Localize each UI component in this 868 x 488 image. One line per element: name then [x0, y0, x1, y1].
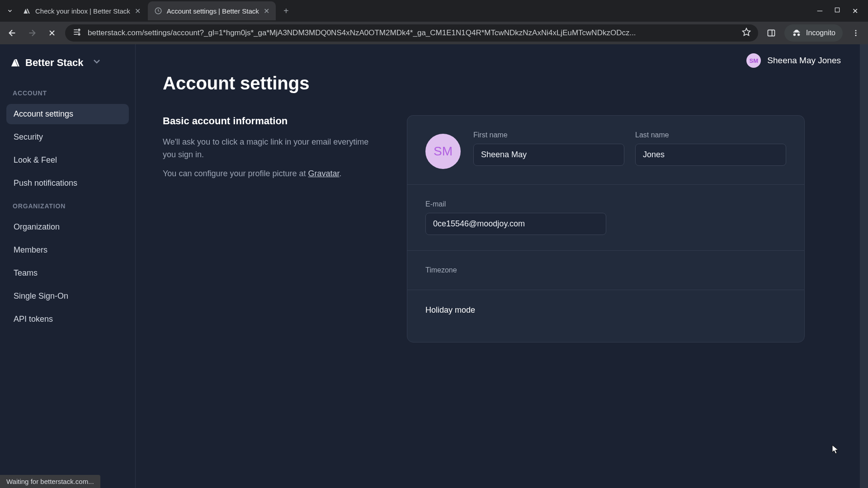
sidebar-item-look-feel[interactable]: Look & Feel [6, 150, 129, 170]
back-button[interactable] [5, 26, 19, 40]
bookmark-icon[interactable] [742, 28, 751, 39]
brand-name: Better Stack [25, 57, 83, 69]
address-bar[interactable]: betterstack.com/settings/account?_gl=1*h… [65, 24, 758, 42]
section-heading-basic-info: Basic account information [163, 115, 380, 127]
sidebar-item-account-settings[interactable]: Account settings [6, 104, 129, 124]
user-full-name: Sheena May Jones [767, 56, 841, 66]
brand-logo-icon [10, 57, 21, 68]
tab-title: Account settings | Better Stack [167, 7, 259, 15]
last-name-input[interactable] [635, 144, 786, 166]
browser-tab[interactable]: Account settings | Better Stack ✕ [148, 1, 276, 20]
site-settings-icon[interactable] [72, 28, 81, 39]
sidebar-item-teams[interactable]: Teams [6, 263, 129, 283]
url-text: betterstack.com/settings/account?_gl=1*h… [88, 28, 736, 38]
status-bar: Waiting for betterstack.com... [0, 475, 100, 488]
gravatar-link[interactable]: Gravatar [308, 169, 340, 178]
sidebar-item-organization[interactable]: Organization [6, 217, 129, 237]
tab-search-dropdown[interactable] [4, 5, 16, 17]
menu-button[interactable] [849, 26, 863, 40]
svg-point-3 [78, 33, 80, 35]
sidebar-section-account: ACCOUNT [6, 83, 129, 101]
sidebar-item-sso[interactable]: Single Sign-On [6, 286, 129, 306]
browser-tab[interactable]: Check your inbox | Better Stack ✕ [16, 1, 147, 20]
first-name-input[interactable] [473, 144, 624, 166]
favicon-icon [154, 7, 162, 15]
sidebar-item-members[interactable]: Members [6, 240, 129, 260]
browser-toolbar: betterstack.com/settings/account?_gl=1*h… [0, 22, 868, 44]
sidebar-item-api-tokens[interactable]: API tokens [6, 309, 129, 329]
section-desc-gravatar: You can configure your profile picture a… [163, 168, 380, 180]
svg-point-6 [855, 30, 857, 31]
last-name-label: Last name [635, 131, 786, 139]
close-icon[interactable]: ✕ [264, 7, 269, 15]
maximize-icon[interactable] [834, 7, 840, 15]
close-icon[interactable]: ✕ [135, 7, 141, 15]
favicon-icon [23, 7, 31, 15]
avatar-large: SM [425, 134, 461, 169]
svg-point-2 [78, 29, 80, 30]
svg-rect-5 [768, 30, 775, 36]
close-icon[interactable]: ✕ [852, 7, 858, 15]
first-name-label: First name [473, 131, 624, 139]
card-timezone: Timezone [407, 250, 805, 290]
svg-point-8 [855, 35, 857, 36]
timezone-label: Timezone [425, 266, 786, 274]
email-label: E-mail [425, 200, 606, 208]
svg-marker-4 [743, 28, 750, 35]
card-email: E-mail [407, 184, 805, 250]
user-menu[interactable]: SM Sheena May Jones [746, 53, 841, 71]
incognito-indicator[interactable]: Incognito [784, 24, 843, 42]
minimize-icon[interactable]: ─ [817, 7, 822, 15]
sidebar-item-security[interactable]: Security [6, 127, 129, 147]
window-controls: ─ ✕ [811, 7, 864, 15]
main-content: SM Sheena May Jones Account settings Bas… [136, 44, 868, 488]
email-input[interactable] [425, 213, 606, 235]
forward-button[interactable] [25, 26, 39, 40]
card-name-fields: SM First name Last name [407, 115, 805, 184]
scrollbar-thumb[interactable] [861, 44, 867, 297]
brand-switcher[interactable]: Better Stack [6, 54, 129, 80]
sidebar-section-organization: ORGANIZATION [6, 196, 129, 214]
new-tab-button[interactable]: + [279, 4, 293, 18]
incognito-label: Incognito [806, 29, 835, 37]
avatar: SM [746, 53, 761, 68]
svg-rect-1 [835, 8, 839, 12]
card-holiday: Holiday mode [407, 290, 805, 343]
svg-point-7 [855, 33, 857, 34]
stop-reload-button[interactable] [45, 26, 59, 40]
holiday-mode-label: Holiday mode [425, 305, 786, 315]
sidebar: Better Stack ACCOUNT Account settings Se… [0, 44, 136, 488]
page-title: Account settings [163, 73, 841, 94]
section-desc: We'll ask you to click a magic link in y… [163, 136, 380, 161]
sidebar-item-push-notifications[interactable]: Push notifications [6, 173, 129, 193]
tab-title: Check your inbox | Better Stack [35, 7, 130, 15]
chevron-down-icon [91, 56, 102, 70]
browser-tab-strip: Check your inbox | Better Stack ✕ Accoun… [0, 0, 868, 22]
side-panel-button[interactable] [764, 26, 778, 40]
